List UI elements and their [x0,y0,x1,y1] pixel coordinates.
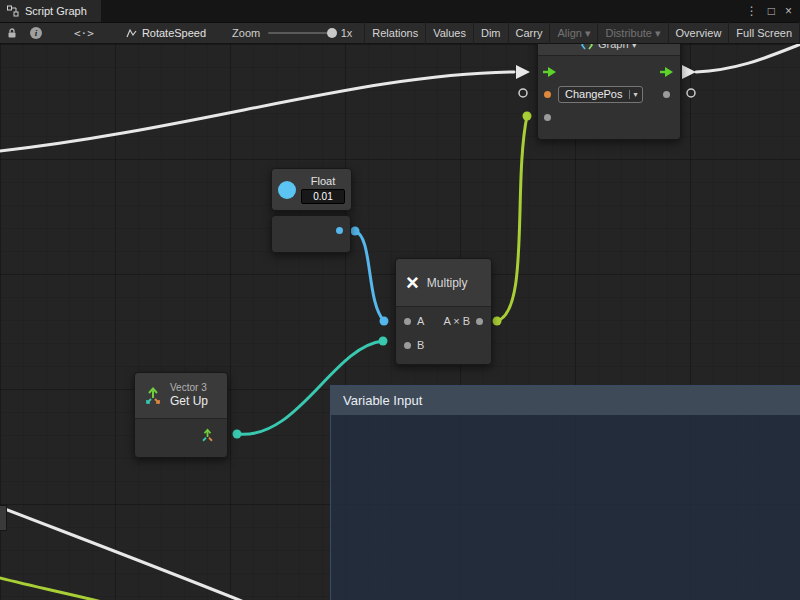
graph-breadcrumb[interactable]: RotateSpeed [126,27,206,39]
code-preview-icon[interactable]: <·> [74,27,94,40]
node-vector3-get-up[interactable]: Vector 3 Get Up [134,372,228,458]
graph-toolbar: i <·> RotateSpeed Zoom 1x Relations Valu… [0,22,800,44]
multiply-output-label: A × B [443,315,470,327]
toolbar-button-align: Align ▾ [549,22,597,44]
float-wire-start-dot [351,227,360,236]
lock-icon[interactable] [0,22,24,44]
flow-wire-out[interactable] [696,44,800,72]
zoom-slider-track[interactable] [268,32,334,34]
info-icon[interactable]: i [24,22,48,44]
flow-wire-in-arrowhead [516,65,530,79]
toolbar-button-relations[interactable]: Relations [364,22,425,44]
window-title: Script Graph [25,5,87,17]
node-float-ports[interactable] [271,215,351,253]
graph-node-header[interactable]: Graph ▾ [538,44,680,56]
flow-output-port[interactable] [660,66,675,78]
node-set-variable-changepos[interactable]: Graph ▾ ChangePos ▾ [537,44,681,140]
multiply-title: Multiply [427,276,468,290]
wire-endpoint-circle-right [687,89,695,97]
flow-input-port[interactable] [543,66,558,78]
flow-graph-icon [126,28,137,39]
toolbar-button-values[interactable]: Values [425,22,473,44]
float-node-title: Float [311,175,335,187]
multiply-input-a-port[interactable] [404,318,411,325]
node-float[interactable]: Float [271,168,352,211]
offscreen-node-sliver[interactable] [0,505,7,531]
multiply-icon: × [406,272,419,294]
variable-output-port[interactable] [663,91,670,98]
vector3-icon [143,386,163,406]
float-output-port[interactable] [336,227,343,234]
flow-wire-out-arrowhead [682,65,696,79]
multiply-output-wire[interactable] [497,116,527,321]
toolbar-button-distribute: Distribute ▾ [597,22,667,44]
chevron-down-icon: ▾ [629,90,642,99]
graph-node-header-label: Graph ▾ [598,44,637,51]
vector-wire[interactable] [237,341,383,434]
graph-name: RotateSpeed [142,27,206,39]
variable-dropdown-value: ChangePos [559,88,629,100]
toolbar-button-dim[interactable]: Dim [473,22,508,44]
vector-wire-end-dot [379,337,388,346]
zoom-label: Zoom [232,27,260,39]
multiply-input-b-label: B [417,339,424,351]
vector-wire-start-dot [233,430,242,439]
graph-canvas[interactable]: Variable Input [0,44,800,600]
variable-name-port[interactable] [544,91,551,98]
multiply-output-wire-end-dot [523,112,532,121]
script-machine-icon [581,44,593,50]
float-type-icon [278,181,296,199]
toolbar-buttons: Relations Values Dim Carry Align ▾ Distr… [364,22,800,44]
menu-icon[interactable]: ⋮ [746,5,758,17]
multiply-input-a-label: A [417,315,424,327]
variable-dropdown[interactable]: ChangePos ▾ [558,86,643,103]
close-icon[interactable]: × [785,5,792,17]
wire-endpoint-circle-left [519,89,527,97]
vector3-type-label: Vector 3 [170,382,208,394]
float-wire-end-dot [380,317,389,326]
toolbar-button-carry[interactable]: Carry [508,22,550,44]
vector3-header[interactable]: Vector 3 Get Up [135,373,227,419]
title-bar: Script Graph ⋮ □ × [0,0,800,22]
vector3-ports [135,419,227,457]
vector3-title: Get Up [170,394,208,408]
float-value-input[interactable] [301,189,345,204]
multiply-output-port[interactable] [476,318,483,325]
multiply-header[interactable]: × Multiply [396,259,491,307]
script-graph-window: Script Graph ⋮ □ × i <·> RotateSpeed Zoo… [0,0,800,600]
multiply-output-wire-start-dot [493,317,502,326]
tab-script-graph[interactable]: Script Graph [0,0,101,22]
toolbar-button-overview[interactable]: Overview [668,22,729,44]
vector3-output-port[interactable] [200,428,215,443]
zoom-value: 1x [341,27,353,39]
toolbar-button-fullscreen[interactable]: Full Screen [728,22,800,44]
zoom-slider-thumb[interactable] [327,28,337,38]
value-input-port[interactable] [544,114,551,121]
multiply-input-b-port[interactable] [404,342,411,349]
graph-icon [7,5,19,17]
float-wire[interactable] [355,231,384,321]
maximize-icon[interactable]: □ [768,5,775,17]
flow-wire-in[interactable] [0,72,514,152]
value-wire-bottom-left[interactable] [0,576,118,600]
node-multiply[interactable]: × Multiply A A × B B [395,258,492,365]
zoom-slider[interactable] [268,27,334,39]
